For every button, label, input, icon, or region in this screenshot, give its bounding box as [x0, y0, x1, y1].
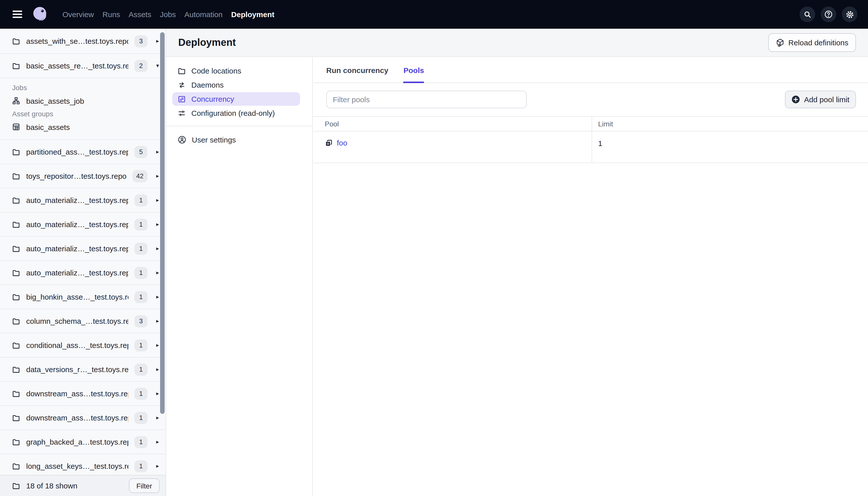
folder-icon	[12, 220, 20, 228]
top-nav-item-automation[interactable]: Automation	[185, 0, 223, 29]
chevron-right-icon[interactable]: ▸	[154, 415, 162, 420]
sidebar-repo-row[interactable]: graph_backed_a…test.toys.repo 1 ▸	[0, 430, 165, 454]
sidebar-entry-basic-assets-job[interactable]: basic_assets_job	[0, 93, 165, 108]
tab-run-concurrency[interactable]: Run concurrency	[326, 58, 389, 83]
sidebar-repo-row[interactable]: long_asset_keys…_test.toys.repo 1 ▸	[0, 454, 165, 475]
deployment-nav-item-daemons[interactable]: Daemons	[172, 78, 300, 92]
deployment-nav-item-concurrency[interactable]: Concurrency	[172, 92, 300, 106]
pool-icon	[325, 139, 333, 147]
repo-count-badge: 1	[135, 267, 147, 279]
dagster-logo[interactable]	[31, 5, 49, 24]
repo-list: assets_with_se…test.toys.repo 3 ▸ basic_…	[0, 29, 165, 475]
nav-item-label: Concurrency	[191, 95, 234, 103]
top-nav-item-overview[interactable]: Overview	[62, 0, 94, 29]
top-nav-actions	[800, 6, 857, 22]
entry-label: basic_assets	[26, 123, 70, 131]
nav-divider	[166, 126, 312, 126]
gear-icon	[845, 10, 854, 19]
sidebar-repo-row[interactable]: partitioned_ass…_test.toys.repo 5 ▸	[0, 140, 165, 164]
repo-name-label: auto_materializ…_test.toys.repo	[26, 268, 128, 277]
search-button[interactable]	[800, 6, 815, 22]
sidebar-scrollbar-thumb[interactable]	[160, 32, 164, 414]
folder-icon	[12, 196, 20, 204]
sidebar-repo-row[interactable]: auto_materializ…_test.toys.repo 1 ▸	[0, 237, 165, 261]
daemons-icon	[178, 81, 186, 89]
sidebar-repo-row[interactable]: auto_materializ…_test.toys.repo 1 ▸	[0, 213, 165, 237]
pools-table-header: Pool Limit	[313, 117, 868, 131]
deployment-nav-item-configuration-read-only[interactable]: Configuration (read-only)	[172, 106, 300, 120]
deployment-nav-item-user-settings[interactable]: User settings	[172, 133, 300, 146]
repo-count-badge: 42	[132, 170, 147, 182]
pool-name-link[interactable]: foo	[337, 138, 347, 147]
plus-circle-icon	[791, 95, 800, 104]
sidebar-repo-row[interactable]: conditional_ass…_test.toys.repo 1 ▸	[0, 334, 165, 358]
folder-icon	[12, 414, 20, 422]
sidebar-repo-row[interactable]: downstream_ass…test.toys.repo 1 ▸	[0, 382, 165, 406]
repo-count-badge: 1	[135, 363, 147, 375]
repo-count-badge: 1	[135, 436, 147, 448]
folder-icon	[12, 37, 20, 45]
sidebar-repo-row[interactable]: assets_with_se…test.toys.repo 3 ▸	[0, 29, 165, 54]
left-sidebar: assets_with_se…test.toys.repo 3 ▸ basic_…	[0, 29, 166, 496]
sidebar-repo-row[interactable]: downstream_ass…test.toys.repo 1 ▸	[0, 406, 165, 430]
sidebar-repo-row[interactable]: toys_repositor…test.toys.repo 42 ▸	[0, 164, 165, 188]
chevron-right-icon[interactable]: ▸	[154, 439, 162, 445]
config-icon	[178, 109, 186, 117]
sidebar-repo-row[interactable]: column_schema_…test.toys.repo 3 ▸	[0, 309, 165, 334]
top-nav-items: OverviewRunsAssetsJobsAutomationDeployme…	[62, 0, 274, 29]
repo-count-badge: 2	[135, 60, 147, 72]
repo-name-label: basic_assets_re…_test.toys.repo	[26, 61, 128, 70]
sidebar-repo-row[interactable]: auto_materializ…_test.toys.repo 1 ▸	[0, 188, 165, 213]
hamburger-icon	[13, 11, 22, 18]
repo-count-badge: 1	[135, 460, 147, 472]
folder-icon	[12, 341, 20, 349]
nav-item-label: Daemons	[191, 81, 223, 89]
folder-icon	[12, 293, 20, 301]
concurrency-icon	[178, 95, 186, 103]
settings-button[interactable]	[842, 6, 857, 22]
expanded-repo-contents: Jobs basic_assets_job Asset groups basic…	[0, 78, 165, 140]
search-icon	[803, 10, 811, 18]
repo-name-label: auto_materializ…_test.toys.repo	[26, 196, 128, 204]
pool-table-row: foo 1	[313, 131, 868, 163]
add-pool-limit-button[interactable]: Add pool limit	[785, 91, 856, 108]
sidebar-repo-row[interactable]: basic_assets_re…_test.toys.repo 2 ▾	[0, 54, 165, 78]
folder-icon	[12, 172, 20, 180]
folder-icon	[12, 317, 20, 325]
sidebar-repo-row[interactable]: big_honkin_asse…_test.toys.repo 1 ▸	[0, 285, 165, 309]
viewport: OverviewRunsAssetsJobsAutomationDeployme…	[0, 0, 868, 496]
repo-name-label: long_asset_keys…_test.toys.repo	[26, 462, 128, 470]
column-header-limit: Limit	[598, 117, 613, 131]
repo-count-badge: 3	[135, 315, 147, 327]
nav-item-label: User settings	[192, 136, 236, 144]
hamburger-menu-button[interactable]	[13, 11, 22, 18]
top-nav-item-assets[interactable]: Assets	[129, 0, 151, 29]
sidebar-repo-row[interactable]: data_versions_r…_test.toys.repo 1 ▸	[0, 358, 165, 382]
top-nav-item-runs[interactable]: Runs	[102, 0, 120, 29]
nav-item-label: Configuration (read-only)	[191, 109, 275, 117]
shown-count-label: 18 of 18 shown	[26, 481, 78, 490]
tab-pools[interactable]: Pools	[404, 58, 424, 83]
repo-name-label: data_versions_r…_test.toys.repo	[26, 365, 128, 374]
repo-count-badge: 3	[135, 35, 147, 47]
chevron-right-icon[interactable]: ▸	[154, 463, 162, 469]
sidebar-repo-row[interactable]: auto_materializ…_test.toys.repo 1 ▸	[0, 261, 165, 285]
filter-pools-input[interactable]	[326, 91, 527, 108]
sidebar-entry-basic-assets[interactable]: basic_assets	[0, 119, 165, 135]
repo-count-badge: 1	[135, 194, 147, 206]
repo-name-label: downstream_ass…test.toys.repo	[26, 414, 128, 422]
reload-definitions-button[interactable]: Reload definitions	[768, 33, 856, 52]
top-nav-item-deployment[interactable]: Deployment	[231, 0, 274, 29]
folder-icon	[12, 462, 20, 470]
entry-label: basic_assets_job	[26, 96, 84, 105]
repo-name-label: column_schema_…test.toys.repo	[26, 317, 128, 325]
sidebar-footer: 18 of 18 shown Filter	[0, 475, 165, 496]
column-header-pool: Pool	[325, 117, 339, 131]
top-nav-item-jobs[interactable]: Jobs	[160, 0, 176, 29]
pools-toolbar: Add pool limit	[326, 91, 856, 108]
filter-button[interactable]: Filter	[129, 478, 160, 493]
concurrency-content: Run concurrencyPools Add pool limit Pool…	[313, 58, 868, 496]
help-button[interactable]	[821, 6, 836, 22]
folder-icon	[12, 269, 20, 277]
deployment-nav-item-code-locations[interactable]: Code locations	[172, 64, 300, 78]
